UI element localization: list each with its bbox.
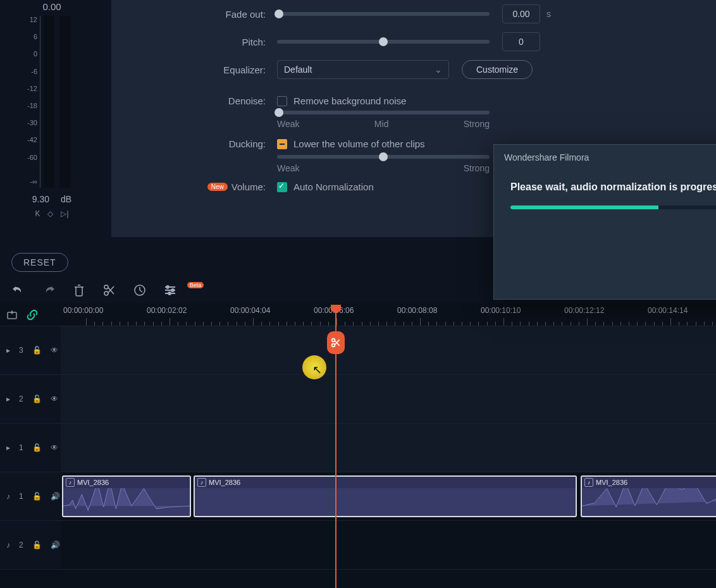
ducking-checkbox[interactable]: [277, 139, 287, 149]
track-number: 2: [19, 541, 23, 549]
fade-out-slider[interactable]: [277, 12, 490, 16]
meter-scale-n18: -18: [27, 102, 37, 109]
auto-normalization-label: Auto Normalization: [293, 181, 374, 192]
denoise-label: Denoise:: [111, 95, 277, 106]
ducking-strong: Strong: [464, 163, 490, 173]
add-marker-icon[interactable]: [6, 309, 18, 321]
audio-clip-2[interactable]: ♪MVI_2836: [194, 475, 577, 517]
track-number: 1: [19, 443, 23, 452]
meter-unit: dB: [61, 194, 71, 204]
new-badge: New: [207, 183, 228, 191]
ruler-label: 00:00:04:04: [230, 306, 270, 315]
meter-scale-6: 6: [34, 33, 37, 40]
dialog-title: Wondershare Filmora: [494, 145, 716, 170]
ducking-slider[interactable]: [277, 155, 490, 159]
cursor-highlight: [302, 355, 326, 379]
denoise-strong: Strong: [464, 119, 490, 129]
meter-add-key[interactable]: ◇: [47, 209, 53, 218]
ducking-weak: Weak: [277, 163, 300, 173]
audio-track-2[interactable]: ♪ 2 🔓 🔊: [0, 521, 716, 570]
music-note-icon: ♪: [584, 478, 593, 487]
track-type-video-icon: ▸: [6, 443, 10, 452]
denoise-checkbox[interactable]: [277, 96, 287, 106]
svg-point-1: [104, 291, 108, 295]
lock-icon[interactable]: 🔓: [32, 492, 42, 501]
pitch-slider[interactable]: [277, 40, 490, 44]
svg-point-0: [104, 285, 108, 289]
meter-scale-inf: -∞: [30, 178, 37, 185]
equalizer-select[interactable]: Default: [277, 60, 449, 79]
fade-out-value[interactable]: 0.00: [502, 4, 540, 23]
playhead-split-button[interactable]: [327, 331, 345, 354]
redo-icon[interactable]: [42, 283, 56, 297]
fade-out-unit: s: [546, 9, 551, 19]
denoise-slider[interactable]: [277, 111, 490, 114]
ducking-cb-label: Lower the volume of other clips: [293, 138, 425, 149]
track-type-video-icon: ▸: [6, 395, 10, 403]
meter-nav: K ◇ ▷|: [22, 209, 82, 218]
video-track-2[interactable]: ▸ 2 🔓 👁: [0, 375, 716, 424]
meter-scale-n12: -12: [27, 85, 37, 92]
svg-point-8: [332, 344, 335, 347]
pitch-label: Pitch:: [111, 37, 277, 47]
eye-icon[interactable]: 👁: [51, 443, 58, 452]
meter-next-key[interactable]: ▷|: [61, 209, 68, 218]
delete-icon[interactable]: [72, 283, 86, 297]
equalizer-customize-button[interactable]: Customize: [462, 60, 533, 79]
video-track-1[interactable]: ▸ 1 🔓 👁: [0, 424, 716, 472]
lock-icon[interactable]: 🔓: [32, 395, 42, 403]
audio-meter: 0.00 12 6 0 -6 -12 -18 -30 -42 -60 -∞ 9.…: [22, 0, 89, 218]
denoise-cb-label: Remove background noise: [293, 95, 406, 106]
progress-bar: [510, 205, 716, 209]
reset-button[interactable]: RESET: [11, 253, 68, 272]
meter-bar-right: [59, 16, 71, 188]
svg-point-3: [166, 286, 169, 288]
adjust-icon[interactable]: [163, 283, 177, 297]
fade-out-label: Fade out:: [111, 9, 277, 20]
track-type-audio-icon: ♪: [6, 492, 10, 501]
svg-point-7: [332, 339, 335, 342]
level-meter: 12 6 0 -6 -12 -18 -30 -42 -60 -∞: [22, 16, 82, 188]
track-number: 3: [19, 346, 23, 355]
meter-scale-n60: -60: [27, 154, 37, 161]
audio-clip-1[interactable]: ♪MVI_2836: [62, 475, 191, 517]
video-track-3[interactable]: ▸ 3 🔓 👁: [0, 326, 716, 375]
clip-name: MVI_2836: [209, 479, 240, 486]
equalizer-label: Equalizer:: [111, 64, 277, 75]
music-note-icon: ♪: [66, 478, 75, 487]
lock-icon[interactable]: 🔓: [32, 346, 42, 355]
track-number: 1: [19, 492, 23, 501]
eye-icon[interactable]: 👁: [51, 395, 58, 403]
dialog-message: Please wait, audio normalization is prog…: [510, 181, 716, 193]
undo-icon[interactable]: [11, 283, 25, 297]
link-icon[interactable]: [27, 309, 38, 321]
ruler-label: 00:00:02:02: [147, 306, 187, 315]
lock-icon[interactable]: 🔓: [32, 541, 42, 549]
eye-icon[interactable]: 👁: [51, 346, 58, 355]
audio-track-1[interactable]: ♪ 1 🔓 🔊 ♪MVI_2836 ♪MVI_2836 ♪MVI_2836: [0, 472, 716, 521]
clip-name: MVI_2836: [596, 479, 627, 486]
lock-icon[interactable]: 🔓: [32, 443, 42, 452]
volume-label: Volume:: [231, 181, 266, 192]
timeline: 00:00:00:0000:00:02:0200:00:04:0400:00:0…: [0, 303, 716, 588]
meter-scale-n42: -42: [27, 136, 37, 144]
time-ruler[interactable]: 00:00:00:0000:00:02:0200:00:04:0400:00:0…: [61, 303, 716, 326]
meter-scale-n6: -6: [31, 68, 37, 75]
audio-clip-3[interactable]: ♪MVI_2836: [581, 475, 716, 517]
meter-scale-0: 0: [34, 50, 37, 58]
split-icon[interactable]: [102, 283, 116, 297]
meter-scale-12: 12: [30, 16, 37, 23]
ruler-label: 00:00:00:00: [63, 306, 103, 315]
music-note-icon: ♪: [197, 478, 206, 487]
track-number: 2: [19, 395, 23, 403]
clip-name: MVI_2836: [77, 479, 109, 486]
mute-icon[interactable]: 🔊: [51, 492, 60, 501]
ruler-label: 00:00:10:10: [481, 306, 521, 315]
meter-prev-key[interactable]: K: [35, 209, 40, 218]
pitch-value[interactable]: 0: [502, 32, 540, 51]
audio-adjust-icon[interactable]: Beta: [194, 283, 207, 297]
speed-icon[interactable]: [133, 283, 147, 297]
meter-bar-left: [43, 16, 54, 188]
mute-icon[interactable]: 🔊: [51, 541, 60, 549]
auto-normalization-checkbox[interactable]: [277, 182, 287, 192]
